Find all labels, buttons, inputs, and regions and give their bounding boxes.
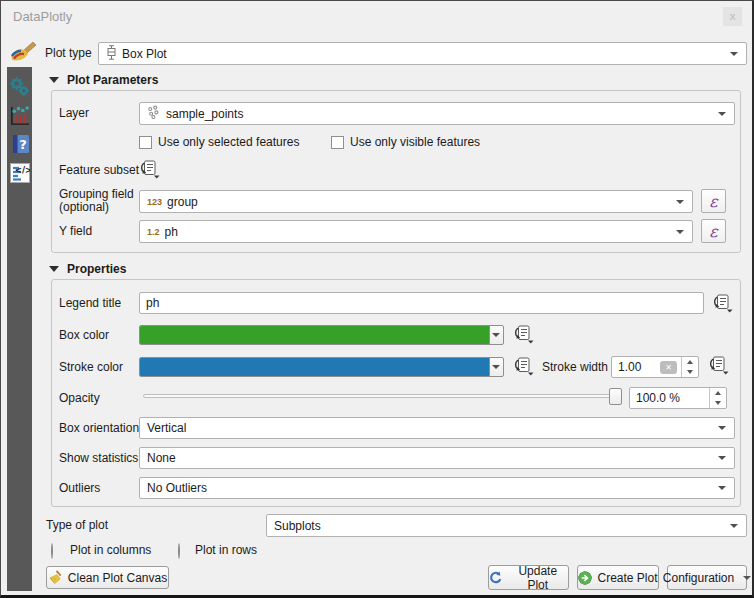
grouping-field-label: Grouping field (optional) <box>59 188 139 214</box>
type-of-plot-label: Type of plot <box>46 514 108 537</box>
show-statistics-combo[interactable]: None <box>139 447 735 469</box>
decimal-field-icon: 1.2 <box>147 227 160 237</box>
box-color-swatch <box>140 326 490 344</box>
y-field-combo[interactable]: 1.2 ph <box>139 220 693 243</box>
spin-down-icon <box>682 367 698 377</box>
data-defined-icon <box>512 325 534 344</box>
plot-in-columns-label[interactable]: Plot in columns <box>70 543 151 557</box>
box-color-label: Box color <box>59 325 109 345</box>
legend-title-expression-button[interactable] <box>709 293 735 314</box>
chevron-down-icon <box>730 52 738 56</box>
use-selected-checkbox[interactable] <box>139 136 152 149</box>
plot-parameters-header[interactable]: Plot Parameters <box>49 73 158 87</box>
opacity-spinbox[interactable]: 100.0 % <box>629 387 727 409</box>
sidebar <box>7 67 32 591</box>
legend-title-input[interactable] <box>139 292 704 314</box>
chart-icon <box>9 105 30 126</box>
show-statistics-label: Show statistics <box>59 447 138 469</box>
collapse-triangle-icon <box>49 77 59 83</box>
chevron-down-icon <box>492 365 500 369</box>
clean-plot-canvas-button[interactable]: Clean Plot Canvas <box>46 566 169 589</box>
stroke-color-expression-button[interactable] <box>510 356 536 377</box>
chevron-down-icon <box>718 426 726 430</box>
chevron-down-icon <box>743 576 751 580</box>
help-book-icon <box>10 134 30 154</box>
feature-subset-expression-button[interactable] <box>136 159 162 180</box>
create-plot-button[interactable]: Create Plot <box>577 565 659 590</box>
y-field-expression-button[interactable]: ε <box>701 219 726 243</box>
spin-down-icon <box>710 398 726 408</box>
type-of-plot-combo[interactable]: Subplots <box>266 514 747 537</box>
plot-type-combo[interactable]: Box Plot <box>98 42 747 65</box>
stroke-width-expression-button[interactable] <box>705 355 731 376</box>
data-defined-icon <box>707 356 729 375</box>
outliers-label: Outliers <box>59 477 100 499</box>
spin-up-icon <box>682 357 698 367</box>
configuration-button[interactable]: Configuration <box>667 565 747 590</box>
properties-header[interactable]: Properties <box>49 262 126 276</box>
use-visible-checkbox[interactable] <box>331 136 344 149</box>
sidebar-item-code[interactable] <box>9 162 31 184</box>
use-selected-label[interactable]: Use only selected features <box>158 135 299 149</box>
code-icon <box>10 163 30 183</box>
stroke-width-label: Stroke width <box>542 357 608 377</box>
chevron-down-icon <box>730 524 738 528</box>
layer-label: Layer <box>59 102 89 125</box>
grouping-expression-button[interactable]: ε <box>701 189 726 213</box>
plot-in-rows-label[interactable]: Plot in rows <box>195 543 257 557</box>
data-defined-icon <box>711 294 733 313</box>
chevron-down-icon <box>492 333 500 337</box>
data-defined-icon <box>512 357 534 376</box>
box-color-button[interactable] <box>139 325 504 345</box>
update-plot-button[interactable]: Update Plot <box>488 565 569 590</box>
feature-subset-label: Feature subset <box>59 159 139 181</box>
boxplot-icon <box>106 45 117 63</box>
chevron-down-icon <box>676 230 684 234</box>
y-field-label: Y field <box>59 220 92 243</box>
layer-combo[interactable]: sample_points <box>139 102 735 125</box>
data-defined-icon <box>138 160 160 179</box>
outliers-combo[interactable]: No Outliers <box>139 477 735 499</box>
chevron-down-icon <box>718 112 726 116</box>
chevron-down-icon <box>676 200 684 204</box>
legend-title-label: Legend title <box>59 292 121 314</box>
stroke-color-swatch <box>140 358 490 376</box>
spin-up-icon <box>710 388 726 398</box>
plot-in-rows-radio[interactable] <box>178 543 180 559</box>
create-arrow-icon <box>578 571 592 585</box>
stroke-color-label: Stroke color <box>59 357 123 377</box>
chevron-down-icon <box>718 456 726 460</box>
box-orientation-combo[interactable]: Vertical <box>139 417 735 439</box>
integer-field-icon: 123 <box>147 197 162 207</box>
layer-points-icon <box>147 105 161 122</box>
stroke-width-spinbox[interactable]: 1.00 ✕ <box>611 356 699 378</box>
box-color-expression-button[interactable] <box>510 324 536 345</box>
collapse-triangle-icon <box>49 266 59 272</box>
sidebar-item-settings[interactable] <box>9 75 31 97</box>
broom-icon <box>48 570 63 585</box>
title-bar: DataPlotly x <box>1 1 752 31</box>
stroke-color-button[interactable] <box>139 357 504 377</box>
chevron-down-icon <box>718 486 726 490</box>
opacity-slider[interactable] <box>143 394 621 398</box>
refresh-icon <box>489 571 503 585</box>
opacity-slider-handle[interactable] <box>609 388 622 405</box>
dataplotly-dialog: DataPlotly x Plot type Box Plot Plot Par… <box>0 0 754 598</box>
gears-icon <box>9 76 30 97</box>
grouping-field-combo[interactable]: 123 group <box>139 190 693 213</box>
plot-type-label: Plot type <box>45 42 92 65</box>
paintbrush-icon <box>9 41 37 66</box>
sidebar-item-help[interactable] <box>9 133 31 155</box>
plot-in-columns-radio[interactable] <box>51 543 53 559</box>
box-orientation-label: Box orientation <box>59 417 139 439</box>
sidebar-item-plot[interactable] <box>9 104 31 126</box>
clear-value-icon[interactable]: ✕ <box>660 361 677 374</box>
close-button[interactable]: x <box>723 7 742 26</box>
use-visible-label[interactable]: Use only visible features <box>350 135 480 149</box>
window-title: DataPlotly <box>13 9 723 24</box>
opacity-label: Opacity <box>59 389 100 407</box>
